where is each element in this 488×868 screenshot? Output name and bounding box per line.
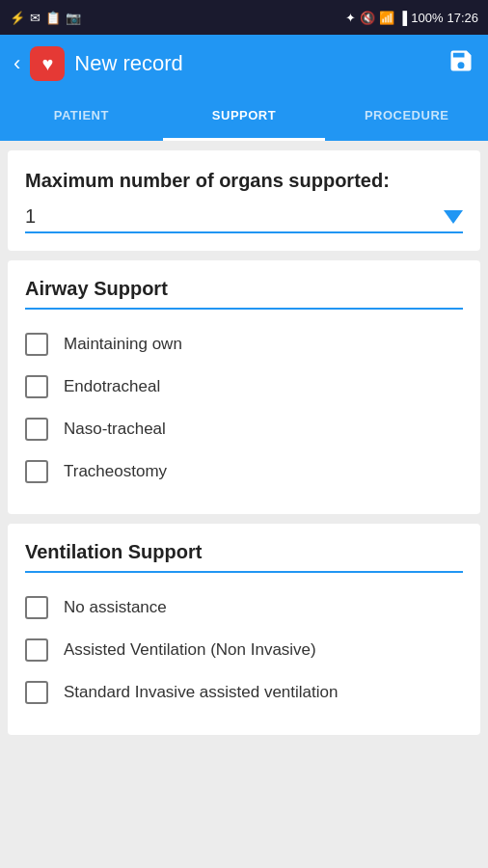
notification-icon: 📷 <box>66 11 81 25</box>
sim-icon: 📋 <box>45 11 61 25</box>
tab-patient-label: PATIENT <box>54 108 109 122</box>
ventilation-support-header: Ventilation Support <box>25 541 463 573</box>
checkbox-standard-invasive[interactable] <box>25 681 48 704</box>
app-bar: ‹ ♥ New record <box>0 35 488 93</box>
organs-value: 1 <box>25 205 36 228</box>
ventilation-option-assisted-non-invasive[interactable]: Assisted Ventilation (Non Invasive) <box>25 629 463 671</box>
back-button[interactable]: ‹ <box>14 51 20 76</box>
checkbox-maintaining-own[interactable] <box>25 333 48 356</box>
label-standard-invasive: Standard Invasive assisted ventilation <box>64 683 338 702</box>
tab-procedure-label: PROCEDURE <box>365 108 449 122</box>
organs-card: Maximum number of organs supported: 1 <box>8 150 480 251</box>
label-assisted-non-invasive: Assisted Ventilation (Non Invasive) <box>64 640 316 660</box>
label-no-assistance: No assistance <box>64 598 167 617</box>
label-endotracheal: Endotracheal <box>64 377 160 396</box>
heart-icon: ♥ <box>41 53 53 75</box>
mute-icon: 🔇 <box>360 11 375 25</box>
organs-dropdown-icon[interactable] <box>444 210 463 224</box>
airway-option-endotracheal[interactable]: Endotracheal <box>25 366 463 408</box>
airway-support-header: Airway Support <box>25 278 463 310</box>
label-maintaining-own: Maintaining own <box>64 335 182 354</box>
airway-option-tracheostomy[interactable]: Tracheostomy <box>25 450 463 493</box>
app-logo: ♥ <box>30 46 65 81</box>
label-naso-tracheal: Naso-tracheal <box>64 420 166 439</box>
ventilation-option-standard-invasive[interactable]: Standard Invasive assisted ventilation <box>25 671 463 714</box>
ventilation-option-no-assistance[interactable]: No assistance <box>25 586 463 629</box>
checkbox-assisted-non-invasive[interactable] <box>25 638 48 662</box>
organs-input-wrap[interactable]: 1 <box>25 205 463 233</box>
airway-option-naso-tracheal[interactable]: Naso-tracheal <box>25 408 463 450</box>
status-right: ✦ 🔇 📶 ▐ 100% 17:26 <box>345 11 478 25</box>
app-bar-title: New record <box>74 51 182 76</box>
tab-support[interactable]: SUPPORT <box>163 93 326 141</box>
tab-patient[interactable]: PATIENT <box>0 93 163 141</box>
status-bar: ⚡ ✉ 📋 📷 ✦ 🔇 📶 ▐ 100% 17:26 <box>0 0 488 35</box>
airway-option-maintaining-own[interactable]: Maintaining own <box>25 323 463 366</box>
checkbox-no-assistance[interactable] <box>25 596 48 619</box>
tab-support-label: SUPPORT <box>212 108 276 122</box>
mail-icon: ✉ <box>30 11 41 25</box>
tab-procedure[interactable]: PROCEDURE <box>325 93 488 141</box>
label-tracheostomy: Tracheostomy <box>64 462 167 481</box>
airway-support-card: Airway Support Maintaining own Endotrach… <box>8 260 480 514</box>
ventilation-support-card: Ventilation Support No assistance Assist… <box>8 524 480 735</box>
bluetooth-icon: ✦ <box>345 11 356 25</box>
app-bar-left: ‹ ♥ New record <box>14 46 183 81</box>
checkbox-tracheostomy[interactable] <box>25 460 48 483</box>
status-left: ⚡ ✉ 📋 📷 <box>10 11 81 25</box>
time-label: 17:26 <box>447 11 478 25</box>
battery-label: 100% <box>411 11 443 25</box>
usb-icon: ⚡ <box>10 11 25 25</box>
signal-icon: ▐ <box>398 11 407 25</box>
wifi-icon: 📶 <box>379 11 394 25</box>
organs-label: Maximum number of organs supported: <box>25 170 463 192</box>
checkbox-endotracheal[interactable] <box>25 375 48 398</box>
main-content: Maximum number of organs supported: 1 Ai… <box>0 141 488 868</box>
save-button[interactable] <box>447 47 474 81</box>
checkbox-naso-tracheal[interactable] <box>25 418 48 441</box>
tabs: PATIENT SUPPORT PROCEDURE <box>0 93 488 141</box>
